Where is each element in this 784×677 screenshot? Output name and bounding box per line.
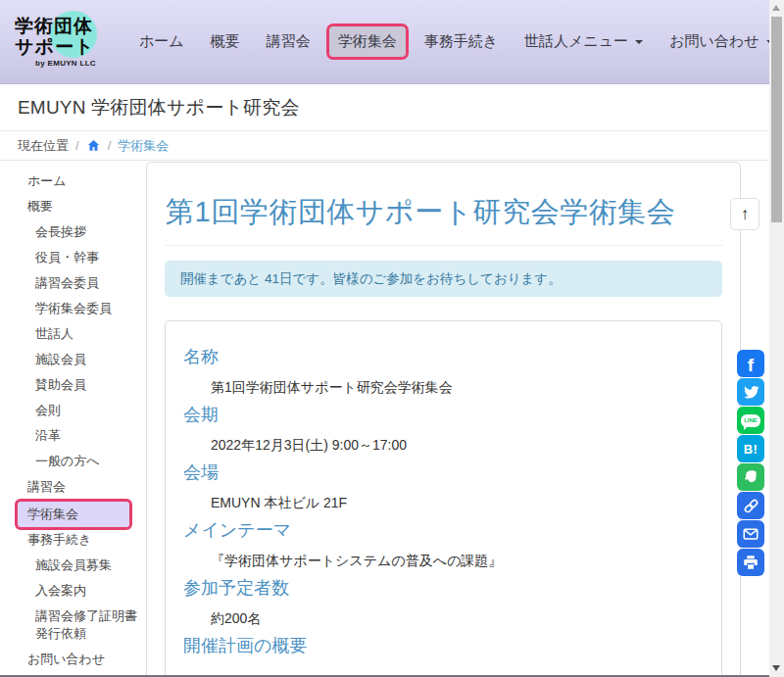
detail-value: EMUYN 本社ビル 21F [211, 495, 706, 510]
sidebar: ホーム概要会長挨拶役員・幹事講習会委員学術集会委員世話人施設会員賛助会員会則沿革… [0, 153, 146, 677]
scrollbar-up-arrow[interactable] [772, 5, 780, 11]
print-icon [742, 554, 760, 571]
email-icon [742, 525, 760, 543]
site-header: EMUYN 学術団体サポート研究会 現在位置 / / 学術集会 [0, 95, 769, 161]
twitter-share-button[interactable] [737, 378, 764, 406]
facebook-share-button[interactable]: f [737, 350, 764, 377]
evernote-share-button[interactable] [737, 463, 764, 491]
sidebar-item[interactable]: 施設会員募集 [0, 556, 146, 574]
detail-value: 第1回学術団体サポート研究会学術集会 [211, 379, 706, 395]
countdown-alert: 開催まであと 41日です。皆様のご参加をお待ちしております。 [165, 261, 722, 297]
sidebar-item[interactable]: 概要 [0, 198, 146, 216]
detail-value: 2022年12月3日(土) 9:00～17:00 [211, 437, 706, 453]
detail-label: 会期 [183, 405, 706, 425]
nav-item[interactable]: 学術集会 [326, 24, 409, 60]
logo-byline: by EMUYN LLC [15, 59, 117, 68]
nav-item[interactable]: 事務手続き [414, 24, 509, 59]
detail-section: 参加予定者数 約200名 [181, 578, 706, 626]
nav-item[interactable]: ホーム [128, 24, 195, 59]
scroll-to-top-button[interactable]: ↑ [730, 198, 760, 230]
detail-label: 会場 [183, 462, 706, 483]
sidebar-item[interactable]: 一般の方へ [0, 453, 146, 470]
sidebar-item[interactable]: 会則 [0, 402, 146, 419]
hatena-bookmark-icon: B! [744, 443, 759, 456]
breadcrumb-separator: / [108, 138, 112, 153]
sidebar-item[interactable]: お問い合わせ [0, 651, 146, 668]
sidebar-item[interactable]: 役員・幹事 [0, 249, 146, 266]
hatena-share-button[interactable]: B! [737, 435, 764, 462]
sidebar-item[interactable]: 講習会委員 [0, 274, 146, 292]
sidebar-item[interactable]: 事務手続き [0, 531, 146, 549]
sidebar-item[interactable]: 講習会修了証明書発行依頼 [0, 607, 146, 643]
nav-item[interactable]: 講習会 [256, 24, 321, 59]
nav-menu: ホーム概要講習会学術集会事務手続き世話人メニューお問い合わせ [128, 24, 784, 60]
sidebar-item[interactable]: 沿革 [0, 427, 146, 445]
page-title: 第1回学術団体サポート研究会学術集会 [166, 193, 722, 232]
twitter-icon [743, 384, 760, 401]
detail-section: 会期 2022年12月3日(土) 9:00～17:00 [181, 405, 706, 453]
sidebar-item[interactable]: 学術集会委員 [0, 300, 146, 317]
breadcrumb-current-link[interactable]: 学術集会 [118, 137, 169, 155]
sidebar-item[interactable]: 学術集会 [15, 499, 132, 530]
sidebar-item[interactable]: 世話人 [0, 325, 146, 343]
divider [165, 245, 722, 246]
sidebar-item[interactable]: 会長挨拶 [0, 223, 146, 241]
event-details-card: 名称 第1回学術団体サポート研究会学術集会 会期 2022年12月3日(土) 9… [165, 320, 722, 677]
sidebar-item[interactable]: ホーム [0, 172, 146, 190]
nav-item[interactable]: 世話人メニュー [514, 24, 654, 59]
social-share-bar: f LINE B! [737, 350, 764, 576]
detail-label: メインテーマ [183, 520, 706, 541]
detail-section: 開催計画の概要 [181, 636, 706, 656]
detail-label: 名称 [183, 347, 706, 367]
facebook-icon: f [748, 356, 754, 374]
arrow-up-icon: ↑ [741, 205, 750, 224]
site-logo[interactable]: 学術団体 サポート by EMUYN LLC [15, 16, 117, 68]
nav-item[interactable]: お問い合わせ [659, 24, 784, 59]
line-share-button[interactable]: LINE [737, 407, 764, 434]
main-content-card: 第1回学術団体サポート研究会学術集会 開催まであと 41日です。皆様のご参加をお… [146, 162, 741, 677]
home-icon[interactable] [86, 138, 101, 153]
logo-text: 学術団体 サポート [15, 16, 117, 57]
copy-link-icon [742, 497, 760, 515]
copy-link-button[interactable] [737, 492, 764, 519]
top-navbar: 学術団体 サポート by EMUYN LLC ホーム概要講習会学術集会事務手続き… [0, 0, 769, 84]
nav-item[interactable]: 概要 [200, 24, 251, 59]
detail-section: 会場 EMUYN 本社ビル 21F [181, 462, 706, 510]
breadcrumb-prefix: 現在位置 [18, 137, 69, 155]
detail-value: 『学術団体サポートシステムの普及への課題』 [211, 553, 706, 568]
detail-section: 名称 第1回学術団体サポート研究会学術集会 [181, 347, 706, 395]
sidebar-item[interactable]: 入会案内 [0, 582, 146, 600]
breadcrumb-separator: / [75, 138, 79, 153]
detail-value: 約200名 [211, 610, 706, 626]
line-icon: LINE [741, 414, 760, 427]
sidebar-item[interactable]: 賛助会員 [0, 376, 146, 394]
site-title: EMUYN 学術団体サポート研究会 [18, 95, 769, 121]
scrollbar-down-arrow[interactable] [772, 665, 780, 671]
sidebar-item[interactable]: 講習会 [0, 478, 146, 496]
email-share-button[interactable] [737, 520, 764, 548]
browser-viewport: 学術団体 サポート by EMUYN LLC ホーム概要講習会学術集会事務手続き… [0, 0, 769, 677]
detail-label: 参加予定者数 [183, 578, 706, 599]
detail-section: メインテーマ 『学術団体サポートシステムの普及への課題』 [181, 520, 706, 568]
browser-scrollbar [769, 0, 784, 677]
scrollbar-thumb[interactable] [771, 17, 782, 222]
detail-label: 開催計画の概要 [183, 636, 706, 656]
sidebar-item[interactable]: 施設会員 [0, 351, 146, 368]
evernote-icon [742, 468, 760, 486]
print-button[interactable] [737, 549, 764, 576]
sidebar-menu: ホーム概要会長挨拶役員・幹事講習会委員学術集会委員世話人施設会員賛助会員会則沿革… [0, 153, 146, 677]
